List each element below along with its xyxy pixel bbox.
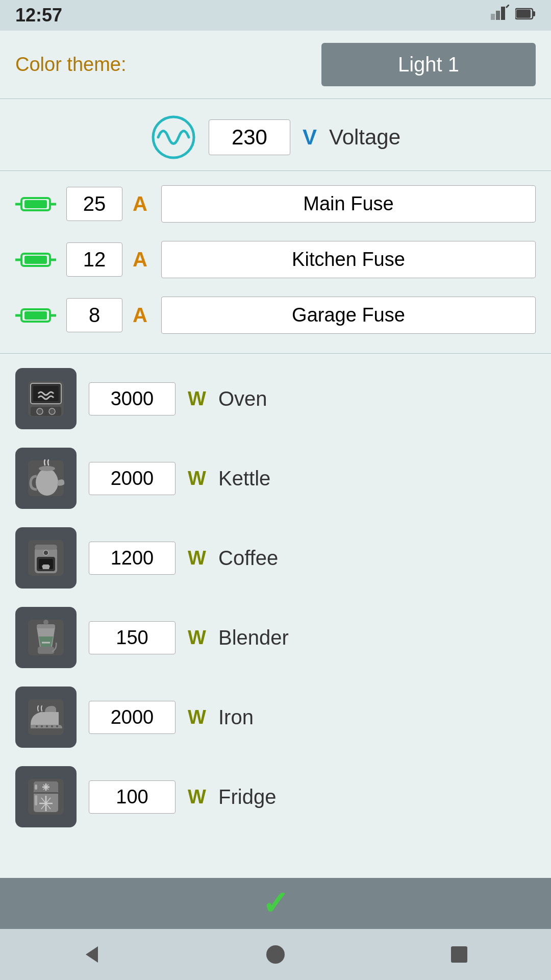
svg-line-3 (506, 5, 509, 8)
oven-icon (26, 378, 66, 419)
svg-rect-52 (35, 785, 37, 790)
fuse-row-main: A (15, 176, 536, 232)
kitchen-fuse-name-input[interactable] (161, 241, 536, 278)
battery-icon (515, 7, 536, 24)
coffee-icon (26, 537, 66, 578)
oven-label: Oven (218, 387, 267, 410)
appliance-row-coffee: W Coffee (15, 518, 536, 598)
svg-marker-0 (491, 14, 495, 20)
svg-point-46 (51, 725, 53, 727)
kettle-watt-input[interactable] (89, 462, 176, 495)
svg-point-47 (56, 725, 58, 727)
iron-unit: W (188, 706, 206, 728)
appliance-row-blender: W Blender (15, 598, 536, 677)
svg-rect-18 (24, 311, 47, 320)
svg-point-43 (36, 725, 38, 727)
svg-marker-1 (496, 11, 500, 20)
blender-watt-input[interactable] (89, 621, 176, 654)
fuse-section: A A A (0, 171, 551, 354)
wave-icon (151, 114, 196, 160)
svg-rect-36 (35, 545, 57, 550)
fridge-label: Fridge (218, 786, 276, 808)
coffee-watt-input[interactable] (89, 542, 176, 575)
fridge-icon (26, 776, 66, 817)
voltage-input[interactable] (209, 119, 290, 155)
garage-fuse-name-input[interactable] (161, 297, 536, 334)
theme-button[interactable]: Light 1 (321, 43, 536, 86)
svg-rect-53 (35, 795, 37, 805)
confirm-bar[interactable]: ✓ (0, 878, 551, 929)
coffee-label: Coffee (218, 547, 278, 570)
iron-icon-box (15, 687, 77, 748)
coffee-icon-box (15, 527, 77, 589)
voltage-unit: V (303, 125, 317, 150)
svg-point-63 (266, 945, 285, 964)
kitchen-fuse-amp-input[interactable] (66, 242, 122, 277)
oven-icon-box (15, 368, 77, 429)
svg-marker-2 (501, 7, 505, 20)
svg-point-40 (43, 620, 48, 625)
kettle-icon-box (15, 448, 77, 509)
svg-rect-39 (37, 624, 55, 628)
nav-home-button[interactable] (260, 939, 291, 970)
svg-rect-10 (24, 200, 47, 208)
svg-point-35 (43, 550, 48, 555)
svg-point-44 (41, 725, 43, 727)
svg-marker-62 (86, 946, 98, 963)
svg-rect-34 (43, 565, 49, 566)
header-row: Color theme: Light 1 (0, 31, 551, 99)
svg-point-45 (46, 725, 48, 727)
status-icons (491, 5, 536, 27)
kettle-label: Kettle (218, 467, 270, 490)
coffee-unit: W (188, 547, 206, 569)
voltage-label: Voltage (329, 125, 400, 150)
svg-rect-14 (24, 256, 47, 264)
svg-rect-23 (31, 407, 61, 416)
oven-unit: W (188, 388, 206, 410)
status-bar: 12:57 (0, 0, 551, 31)
iron-watt-input[interactable] (89, 701, 176, 734)
voltage-row: V Voltage (0, 99, 551, 171)
confirm-checkmark: ✓ (262, 887, 289, 920)
blender-icon-box (15, 607, 77, 668)
appliance-row-oven: W Oven (15, 359, 536, 438)
main-fuse-name-input[interactable] (161, 185, 536, 223)
iron-icon (26, 697, 66, 738)
kettle-icon (26, 458, 66, 499)
fuse-row-garage: A (15, 287, 536, 343)
iron-label: Iron (218, 706, 254, 729)
oven-watt-input[interactable] (89, 382, 176, 415)
kettle-unit: W (188, 468, 206, 489)
svg-rect-38 (38, 647, 54, 654)
status-time: 12:57 (15, 5, 62, 26)
appliance-section: W Oven W Kettle (0, 354, 551, 878)
svg-rect-64 (451, 946, 467, 963)
svg-point-25 (49, 408, 55, 414)
color-theme-label: Color theme: (15, 54, 321, 76)
fuse-icon-garage (15, 306, 56, 325)
blender-icon (26, 617, 66, 658)
svg-point-24 (37, 408, 43, 414)
signal-icon (491, 5, 509, 27)
appliance-row-kettle: W Kettle (15, 438, 536, 518)
fridge-unit: W (188, 786, 206, 808)
main-fuse-unit: A (133, 192, 151, 215)
fuse-row-kitchen: A (15, 232, 536, 287)
garage-fuse-unit: A (133, 304, 151, 327)
svg-rect-6 (516, 10, 531, 18)
fridge-watt-input[interactable] (89, 780, 176, 814)
nav-recent-button[interactable] (444, 939, 474, 970)
appliance-row-fridge: W Fridge (15, 757, 536, 837)
nav-back-button[interactable] (77, 939, 107, 970)
fridge-icon-box (15, 766, 77, 827)
main-fuse-amp-input[interactable] (66, 187, 122, 221)
svg-point-29 (39, 466, 55, 471)
garage-fuse-amp-input[interactable] (66, 298, 122, 332)
fuse-icon-main (15, 195, 56, 213)
nav-bar (0, 929, 551, 980)
blender-unit: W (188, 627, 206, 649)
kitchen-fuse-unit: A (133, 248, 151, 271)
svg-rect-5 (533, 11, 535, 16)
blender-label: Blender (218, 626, 289, 649)
fuse-icon-kitchen (15, 251, 56, 269)
